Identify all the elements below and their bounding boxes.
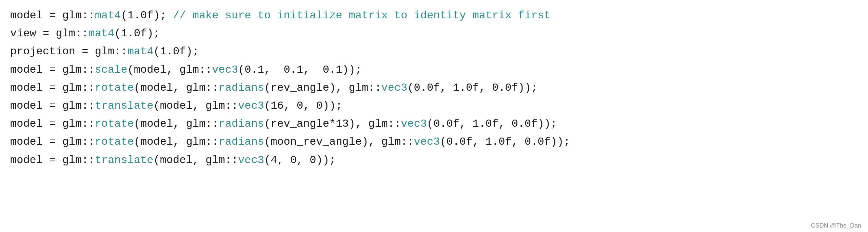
code-container: model = glm::mat4(1.0f); // make sure to…	[0, 0, 868, 232]
code-keyword: mat4	[127, 43, 154, 60]
code-text: (rev_angle*13), glm::	[264, 115, 401, 132]
code-line-7: model = glm::rotate(model, glm::radians(…	[10, 115, 858, 132]
code-keyword: rotate	[95, 79, 134, 96]
code-text: (moon_rev_angle), glm::	[264, 133, 414, 150]
code-keyword: rotate	[95, 133, 134, 150]
code-text: (4, 0, 0));	[264, 151, 336, 169]
code-text: model = glm::	[10, 151, 95, 169]
code-text: (rev_angle), glm::	[264, 79, 381, 96]
code-line-6: model = glm::translate(model, glm::vec3(…	[10, 97, 858, 114]
code-text: (16, 0, 0));	[264, 97, 342, 114]
watermark: CSDN @The_Dan	[811, 222, 861, 229]
code-text: model = glm::	[10, 97, 95, 114]
code-line-5: model = glm::rotate(model, glm::radians(…	[10, 79, 858, 96]
code-line-9: model = glm::translate(model, glm::vec3(…	[10, 151, 858, 169]
code-keyword: vec3	[238, 97, 264, 114]
code-keyword: radians	[219, 79, 264, 96]
code-text: model = glm::	[10, 133, 95, 150]
code-text: model = glm::	[10, 79, 95, 96]
code-comment: // make sure to initialize matrix to ide…	[173, 7, 551, 24]
code-keyword: translate	[95, 151, 154, 169]
code-text: (0.0f, 1.0f, 0.0f));	[427, 115, 557, 132]
code-line-2: view = glm::mat4(1.0f);	[10, 25, 858, 42]
code-text: (1.0f);	[114, 25, 160, 42]
code-keyword: mat4	[95, 7, 121, 24]
code-text: projection = glm::	[10, 43, 127, 60]
code-keyword: rotate	[95, 115, 134, 132]
code-keyword: radians	[219, 133, 264, 150]
code-text: (model, glm::	[134, 133, 219, 150]
code-keyword: radians	[219, 115, 264, 132]
code-keyword: vec3	[381, 79, 408, 96]
code-text: (1.0f);	[121, 7, 173, 24]
code-line-3: projection = glm::mat4(1.0f);	[10, 43, 858, 60]
code-keyword: vec3	[212, 61, 238, 78]
code-text: (model, glm::	[153, 97, 238, 114]
code-keyword: vec3	[238, 151, 264, 169]
code-text: (model, glm::	[153, 151, 238, 169]
code-line-1: model = glm::mat4(1.0f); // make sure to…	[10, 7, 858, 24]
code-text: model = glm::	[10, 7, 95, 24]
code-text: (0.0f, 1.0f, 0.0f));	[407, 79, 537, 96]
code-text: (model, glm::	[134, 115, 219, 132]
code-text: (1.0f);	[153, 43, 199, 60]
code-text: (0.1, 0.1, 0.1));	[238, 61, 362, 78]
code-text: (0.0f, 1.0f, 0.0f));	[440, 133, 570, 150]
code-line-8: model = glm::rotate(model, glm::radians(…	[10, 133, 858, 150]
code-line-4: model = glm::scale(model, glm::vec3(0.1,…	[10, 61, 858, 78]
code-keyword: scale	[95, 61, 127, 78]
code-keyword: vec3	[401, 115, 427, 132]
code-keyword: translate	[95, 97, 154, 114]
code-text: (model, glm::	[134, 79, 219, 96]
code-keyword: mat4	[88, 25, 114, 42]
code-text: model = glm::	[10, 61, 95, 78]
code-keyword: vec3	[414, 133, 440, 150]
code-text: view = glm::	[10, 25, 88, 42]
code-text: model = glm::	[10, 115, 95, 132]
code-text: (model, glm::	[127, 61, 212, 78]
